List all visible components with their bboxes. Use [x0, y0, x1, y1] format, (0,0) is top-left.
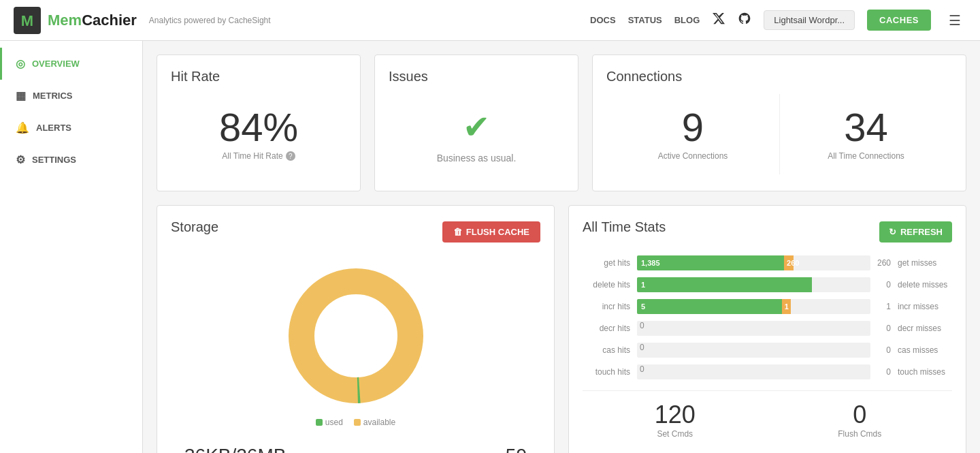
github-icon[interactable]: [738, 12, 751, 29]
stats-row: get hits 1,385 260 260 get misses: [583, 255, 952, 270]
legend-used: used: [316, 418, 343, 427]
bar-hit: 1,385: [637, 255, 784, 270]
blog-link[interactable]: BLOG: [674, 15, 700, 25]
flush-cmds-value: 0: [768, 401, 953, 429]
metrics-icon: ▦: [16, 89, 26, 102]
bar-miss: 260: [784, 255, 794, 270]
bar-miss: 1: [782, 299, 791, 314]
stat-miss-label: get misses: [891, 258, 952, 268]
bar-empty-val: 0: [637, 343, 644, 358]
all-time-connections-stat: 34 All Time Connections: [779, 94, 952, 174]
top-row: Hit Rate 84% All Time Hit Rate ? Issues …: [157, 54, 966, 191]
flush-cmds-label: Flush Cmds: [768, 429, 953, 439]
storage-legend: used available: [316, 418, 395, 427]
stat-miss-label: decr misses: [891, 324, 952, 333]
menu-button[interactable]: ☰: [943, 10, 966, 31]
overview-icon: ◎: [16, 57, 25, 70]
alerts-icon: 🔔: [16, 121, 29, 134]
main-content: Hit Rate 84% All Time Hit Rate ? Issues …: [143, 41, 980, 453]
bar-empty-val: 0: [637, 321, 644, 336]
stats-rows: get hits 1,385 260 260 get misses delete…: [583, 255, 952, 379]
settings-icon: ⚙: [16, 153, 25, 166]
sidebar-item-label-settings: SETTINGS: [32, 155, 76, 165]
docs-link[interactable]: DOCS: [590, 15, 616, 25]
donut-container: used available: [171, 254, 540, 434]
sidebar-item-alerts[interactable]: 🔔 ALERTS: [0, 112, 142, 144]
stat-bar-area: 0: [637, 321, 870, 336]
logo-text: MemCachier: [48, 12, 137, 29]
stat-hit-label: decr hits: [583, 324, 637, 333]
active-connections-label: Active Connections: [613, 151, 772, 161]
flush-cmds-stat: 0 Flush Cmds: [768, 401, 953, 439]
connections-card: Connections 9 Active Connections 34 All …: [592, 54, 966, 191]
memory-value: 36KB/26MB: [184, 445, 286, 453]
flush-cache-button[interactable]: 🗑 FLUSH CACHE: [442, 221, 540, 243]
hit-rate-info-icon[interactable]: ?: [286, 151, 295, 161]
storage-donut-chart: [281, 261, 431, 411]
sidebar-item-metrics[interactable]: ▦ METRICS: [0, 80, 142, 112]
stat-miss-val: 1: [870, 302, 891, 311]
active-connections-stat: 9 Active Connections: [606, 94, 779, 174]
active-connections-value: 9: [613, 108, 772, 147]
refresh-button[interactable]: ↻ REFRESH: [879, 221, 952, 243]
connections-title: Connections: [606, 69, 952, 84]
sidebar-item-label-alerts: ALERTS: [36, 123, 71, 133]
issues-card: Issues ✔ Business as usual.: [374, 54, 578, 191]
twitter-icon[interactable]: [712, 12, 725, 29]
stat-hit-label: touch hits: [583, 367, 637, 377]
stat-hit-label: incr hits: [583, 302, 637, 311]
bar-container: 5 1: [637, 299, 870, 314]
bar-container: 0: [637, 343, 870, 358]
storage-footer: 36KB/26MB Memory Used / Total Memory 59 …: [171, 445, 540, 453]
caches-button[interactable]: CACHES: [867, 10, 931, 31]
trash-icon: 🗑: [453, 227, 462, 237]
issues-body: ✔ Business as usual.: [389, 94, 564, 177]
stat-miss-label: cas misses: [891, 345, 952, 355]
app-header: M MemCachier Analytics powered by CacheS…: [0, 0, 980, 41]
refresh-icon: ↻: [889, 227, 896, 237]
stats-row: delete hits 1 0 delete misses: [583, 277, 952, 292]
items-value: 59: [506, 445, 527, 453]
sidebar: ◎ OVERVIEW ▦ METRICS 🔔 ALERTS ⚙ SETTINGS: [0, 41, 143, 453]
bar-container: 0: [637, 364, 870, 379]
stats-row: touch hits 0 0 touch misses: [583, 364, 952, 379]
stat-miss-val: 0: [870, 280, 891, 290]
all-time-connections-value: 34: [787, 108, 945, 147]
legend-used-dot: [316, 419, 323, 426]
header-nav: DOCS STATUS BLOG Lightsail Wordpr... CAC…: [590, 10, 966, 31]
stats-totals: 120 Set Cmds 0 Flush Cmds: [583, 390, 952, 439]
stat-miss-val: 0: [870, 324, 891, 333]
stat-hit-label: cas hits: [583, 345, 637, 355]
logo-area: M MemCachier Analytics powered by CacheS…: [14, 7, 271, 34]
check-icon: ✔: [463, 108, 490, 146]
bottom-row: Storage 🗑 FLUSH CACHE: [157, 205, 966, 453]
stat-bar-area: 1,385 260: [637, 255, 870, 270]
bar-container: 1,385 260: [637, 255, 870, 270]
stat-bar-area: 0: [637, 343, 870, 358]
bar-container: 0: [637, 321, 870, 336]
legend-available: available: [354, 418, 395, 427]
stat-miss-val: 0: [870, 367, 891, 377]
items-stat: 59 Items: [506, 445, 527, 453]
sidebar-item-settings[interactable]: ⚙ SETTINGS: [0, 144, 142, 176]
issues-status-text: Business as usual.: [437, 153, 517, 163]
memory-stat: 36KB/26MB Memory Used / Total Memory: [184, 445, 286, 453]
bar-hit: 5: [637, 299, 782, 314]
stat-miss-val: 260: [870, 258, 891, 268]
all-time-stats-card: All Time Stats ↻ REFRESH get hits 1,385 …: [568, 205, 966, 453]
status-link[interactable]: STATUS: [628, 15, 662, 25]
app-body: ◎ OVERVIEW ▦ METRICS 🔔 ALERTS ⚙ SETTINGS…: [0, 41, 980, 453]
stats-header: All Time Stats ↻ REFRESH: [583, 219, 952, 245]
account-button[interactable]: Lightsail Wordpr...: [764, 10, 855, 30]
stat-hit-label: get hits: [583, 258, 637, 268]
stats-title: All Time Stats: [583, 219, 666, 235]
stat-miss-label: touch misses: [891, 367, 952, 377]
sidebar-item-overview[interactable]: ◎ OVERVIEW: [0, 48, 142, 80]
tagline: Analytics powered by CacheSight: [149, 16, 271, 25]
logo-icon: M: [14, 7, 41, 34]
storage-title: Storage: [171, 219, 218, 235]
set-cmds-label: Set Cmds: [583, 429, 768, 439]
legend-available-dot: [354, 419, 361, 426]
bar-empty-val: 0: [637, 364, 644, 379]
stats-row: cas hits 0 0 cas misses: [583, 343, 952, 358]
